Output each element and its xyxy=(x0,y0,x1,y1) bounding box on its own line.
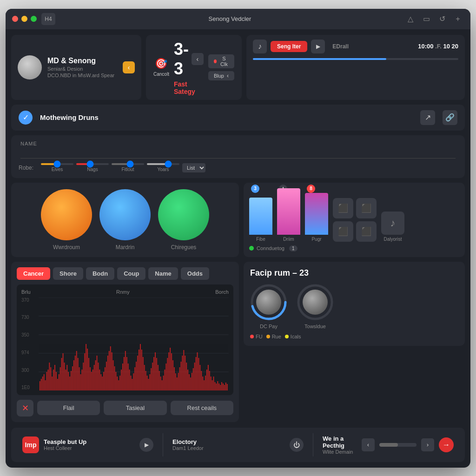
bottom-power-btn[interactable]: ⏻ xyxy=(290,438,304,452)
pads-label: Mothewing Druns xyxy=(40,113,413,121)
y-label-2: 350 xyxy=(21,332,35,337)
bottom-divider-2 xyxy=(313,433,313,456)
window-icon[interactable]: ▭ xyxy=(420,13,432,25)
score-nav-up[interactable]: ‹ xyxy=(192,53,204,65)
alert-icon[interactable]: △ xyxy=(404,13,416,25)
tab-name[interactable]: Name xyxy=(148,267,178,280)
svg-rect-81 xyxy=(143,357,144,390)
note-btn[interactable]: ♪ xyxy=(253,40,267,53)
svg-rect-133 xyxy=(213,377,214,390)
link-btn[interactable]: 🔗 xyxy=(443,110,457,125)
avatar xyxy=(18,55,42,79)
middle-row: Wwrdroum Mardrin Chiregues Cancer xyxy=(11,183,465,422)
robe-slider-1[interactable] xyxy=(76,163,109,165)
bottom-prev-btn[interactable]: ‹ xyxy=(362,438,375,451)
name-input[interactable] xyxy=(20,149,456,159)
svg-rect-42 xyxy=(90,367,91,390)
cancel-label: Cancolt xyxy=(153,72,169,77)
progress-bar[interactable] xyxy=(253,58,458,60)
refresh-icon[interactable]: ↺ xyxy=(436,13,448,25)
knob-label-1: Towsldue xyxy=(304,324,326,329)
bottom-divider-1 xyxy=(163,433,163,456)
robe-slider-2[interactable] xyxy=(112,163,144,165)
score-side-btn-2[interactable]: Blup ‹ xyxy=(208,71,234,80)
svg-rect-54 xyxy=(106,362,107,390)
svg-rect-140 xyxy=(223,383,224,390)
svg-rect-82 xyxy=(144,365,145,390)
pad-orange[interactable] xyxy=(41,189,92,240)
svg-rect-107 xyxy=(178,373,179,390)
rest-button[interactable]: Rest ceails xyxy=(171,401,233,415)
flail-button[interactable]: Flail xyxy=(37,401,100,415)
svg-rect-68 xyxy=(125,351,126,390)
tab-odds[interactable]: Odds xyxy=(181,267,209,280)
svg-rect-11 xyxy=(48,370,49,390)
knob-group-1: Towsldue xyxy=(297,284,334,329)
svg-rect-127 xyxy=(205,376,206,390)
knob-1[interactable] xyxy=(297,284,334,321)
robe-dropdown[interactable]: List xyxy=(182,163,205,172)
svg-rect-35 xyxy=(80,374,81,390)
ctrl-play-btn[interactable]: ▶ xyxy=(311,40,325,53)
close-button[interactable] xyxy=(12,16,18,22)
drum-pad-0: Wwrdroum xyxy=(41,189,92,251)
knob-0[interactable] xyxy=(250,284,287,321)
mixer-bar-group-2: 8 Pugr xyxy=(305,188,328,242)
tab-shore[interactable]: Shore xyxy=(53,267,83,280)
svg-rect-31 xyxy=(75,356,76,390)
mixer-bar-fill-0 xyxy=(249,198,272,235)
svg-rect-115 xyxy=(189,374,190,390)
svg-rect-117 xyxy=(192,373,192,390)
mixer-grid-icon-1[interactable]: ⬛ xyxy=(356,198,377,218)
bottom-play-btn-1[interactable]: ▶ xyxy=(139,438,153,452)
artist-info: MD & Senong Seniar& Desion DCO.NBD in M\… xyxy=(47,57,117,78)
drum-pad-2: Chiregues xyxy=(158,189,209,251)
score-side-btn-1[interactable]: S Clk xyxy=(208,54,234,68)
cancel-x-button[interactable]: ✕ xyxy=(17,400,33,416)
name-robe-section: NAME Robe: Eives Nags Fitlout xyxy=(11,135,465,178)
arrow-btn[interactable]: ↗ xyxy=(420,110,435,125)
svg-rect-134 xyxy=(215,382,216,390)
mixer-grid-icon-2[interactable]: ⬛ xyxy=(333,221,353,242)
facip-dot-label-1: Rue xyxy=(272,334,281,339)
mixer-note-icon: ♪ xyxy=(381,212,404,235)
svg-rect-71 xyxy=(129,370,130,390)
score-card: 🎯 Cancolt 3-3 ‹ Fast Sategy xyxy=(146,35,242,100)
minimize-button[interactable] xyxy=(21,16,27,22)
waveform-area: Brlu Rnmy Borch 370 730 350 974 300 xyxy=(17,284,233,395)
svg-rect-83 xyxy=(145,371,146,390)
svg-rect-143 xyxy=(227,384,228,390)
tab-coup[interactable]: Coup xyxy=(117,267,145,280)
maximize-button[interactable] xyxy=(31,16,37,22)
robe-slider-3[interactable] xyxy=(147,163,179,165)
add-icon[interactable]: + xyxy=(452,13,464,25)
svg-rect-20 xyxy=(60,367,61,390)
ctrl-label-btn[interactable]: Seng lter xyxy=(271,41,307,52)
svg-rect-49 xyxy=(99,370,100,390)
robe-slider-0[interactable] xyxy=(41,163,73,165)
tab-bodn[interactable]: Bodn xyxy=(86,267,114,280)
tasieal-button[interactable]: Tasieal xyxy=(104,401,166,415)
tab-cancer[interactable]: Cancer xyxy=(17,267,50,280)
svg-rect-89 xyxy=(153,357,154,390)
bottom-scroll-bar[interactable] xyxy=(379,443,416,447)
back-button[interactable]: ‹ xyxy=(123,61,135,73)
svg-rect-87 xyxy=(151,368,152,390)
pad-green[interactable] xyxy=(158,189,209,240)
mixer-grid-icon-0[interactable]: ⬛ xyxy=(333,198,353,218)
check-button[interactable]: ✓ xyxy=(19,111,33,125)
artist-sub2: DCO.NBD in M\sW.ard Spear xyxy=(47,73,117,78)
ed-label: EDrall xyxy=(332,43,349,50)
artist-card: MD & Senong Seniar& Desion DCO.NBD in M\… xyxy=(11,35,141,100)
bottom-next-btn[interactable]: › xyxy=(421,438,434,451)
pad-blue[interactable] xyxy=(99,189,151,240)
mixer-grid-icon-3[interactable]: ⬛ xyxy=(356,221,377,242)
pad-label-0: Wwrdroum xyxy=(53,244,80,251)
svg-rect-130 xyxy=(209,371,210,390)
svg-rect-116 xyxy=(190,377,191,390)
nav-btn[interactable]: H4 xyxy=(41,13,55,25)
bottom-end-btn[interactable]: → xyxy=(439,437,454,452)
svg-rect-84 xyxy=(147,376,148,390)
svg-rect-123 xyxy=(200,365,201,390)
svg-rect-15 xyxy=(53,370,54,390)
